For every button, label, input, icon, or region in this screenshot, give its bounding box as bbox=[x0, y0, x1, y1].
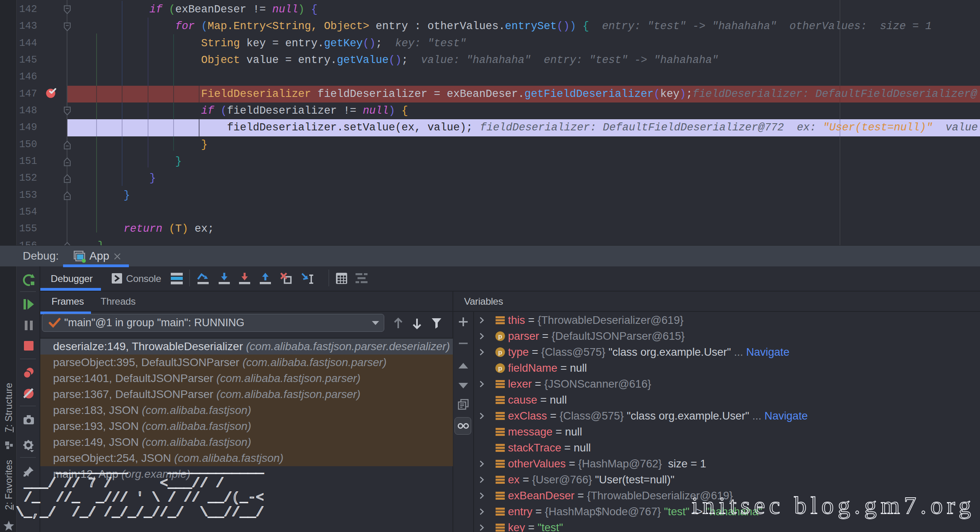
svg-text:p: p bbox=[498, 349, 502, 356]
svg-text:p: p bbox=[498, 333, 502, 340]
svg-text:p: p bbox=[498, 365, 502, 372]
